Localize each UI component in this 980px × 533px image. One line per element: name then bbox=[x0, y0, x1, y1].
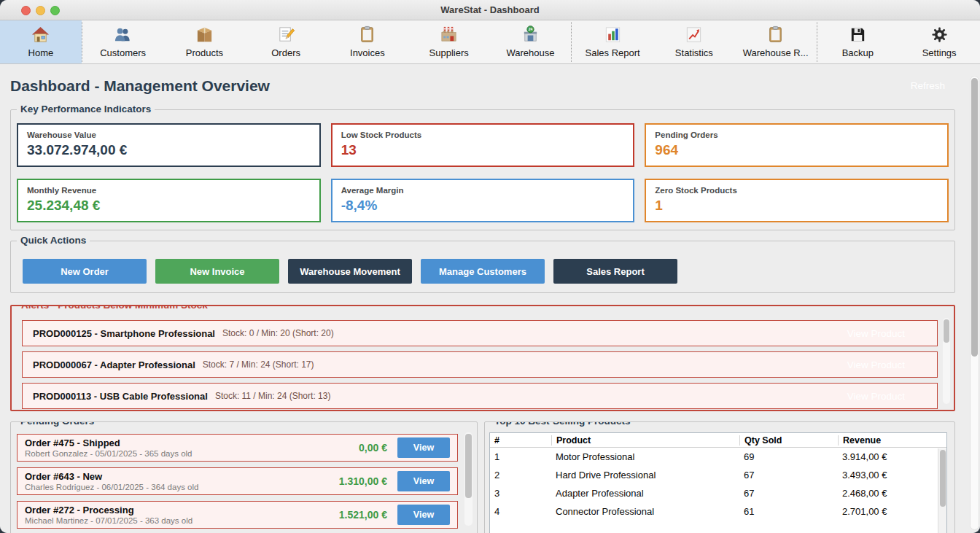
toolbar-item-invoices[interactable]: Invoices bbox=[327, 20, 408, 63]
orders-scrollbar[interactable] bbox=[464, 432, 472, 526]
cell-qty: 69 bbox=[739, 451, 838, 462]
toolbar-item-home[interactable]: Home bbox=[0, 20, 82, 63]
alert-row: PROD000125 - Smartphone Professional Sto… bbox=[22, 320, 938, 346]
view-product-button[interactable]: View Product bbox=[847, 359, 905, 370]
cell-product: Adapter Professional bbox=[551, 488, 739, 499]
view-product-button[interactable]: View Product bbox=[847, 391, 905, 402]
invoices-icon bbox=[357, 25, 377, 44]
quick-actions-section: Quick Actions New Order New Invoice Ware… bbox=[10, 241, 955, 293]
alert-stock-details: Stock: 0 / Min: 20 (Short: 20) bbox=[222, 328, 334, 338]
sales-report-button[interactable]: Sales Report bbox=[553, 259, 677, 284]
toolbar-label-backup: Backup bbox=[842, 47, 874, 58]
products-icon bbox=[195, 25, 214, 44]
toolbar-item-products[interactable]: Products bbox=[164, 20, 246, 63]
cell-rank: 2 bbox=[490, 470, 551, 481]
kpi-label: Monthly Revenue bbox=[27, 186, 311, 195]
table-row[interactable]: 2 Hard Drive Professional 67 3.493,00 € bbox=[490, 466, 946, 484]
view-order-button[interactable]: View bbox=[397, 437, 450, 458]
cell-revenue: 3.493,00 € bbox=[838, 470, 946, 481]
order-amount: 0,00 € bbox=[359, 442, 387, 454]
alerts-scrollbar[interactable] bbox=[943, 318, 950, 404]
table-scrollbar-thumb[interactable] bbox=[940, 450, 946, 507]
alert-product-name: PROD000113 - USB Cable Professional bbox=[33, 391, 208, 402]
kpi-section: Key Performance Indicators Warehouse Val… bbox=[10, 109, 955, 230]
toolbar-item-warehouse[interactable]: 24 Warehouse bbox=[490, 20, 572, 63]
toolbar-item-orders[interactable]: Orders bbox=[245, 20, 327, 63]
toolbar-item-warehouse-report[interactable]: Warehouse R... bbox=[735, 20, 817, 63]
kpi-card-average-margin: Average Margin -8,4% bbox=[331, 179, 635, 222]
cell-rank: 4 bbox=[490, 506, 551, 517]
top-products-section: Top 10 Best-Selling Products # Product Q… bbox=[484, 421, 955, 533]
quick-actions-row: New Order New Invoice Warehouse Movement… bbox=[23, 259, 677, 284]
table-row[interactable]: 1 Motor Professional 69 3.914,00 € bbox=[490, 448, 946, 466]
kpi-section-title: Key Performance Indicators bbox=[17, 104, 155, 114]
column-header-qty: Qty Sold bbox=[739, 435, 838, 446]
alert-list: PROD000125 - Smartphone Professional Sto… bbox=[22, 320, 938, 409]
order-row: Order #643 - New Charles Rodriguez - 06/… bbox=[17, 467, 458, 495]
kpi-label: Warehouse Value bbox=[27, 131, 311, 139]
toolbar-label-products: Products bbox=[186, 47, 223, 58]
main-scrollbar[interactable] bbox=[970, 76, 979, 530]
settings-icon bbox=[930, 25, 949, 44]
toolbar-label-statistics: Statistics bbox=[675, 47, 713, 58]
toolbar-item-customers[interactable]: Customers bbox=[82, 20, 164, 63]
column-header-rank: # bbox=[490, 435, 551, 446]
column-header-product: Product bbox=[551, 435, 739, 446]
page-title: Dashboard - Management Overview bbox=[10, 77, 270, 95]
quick-actions-title: Quick Actions bbox=[17, 235, 90, 246]
toolbar-item-sales-report[interactable]: Sales Report bbox=[572, 20, 653, 63]
orders-scrollbar-thumb[interactable] bbox=[465, 434, 472, 498]
toolbar-item-suppliers[interactable]: Suppliers bbox=[408, 20, 490, 63]
top-products-title: Top 10 Best-Selling Products bbox=[491, 421, 634, 427]
window-title: WareStat - Dashboard bbox=[0, 4, 980, 15]
table-row[interactable]: 4 Connector Professional 61 2.701,00 € bbox=[490, 502, 946, 521]
view-order-button[interactable]: View bbox=[397, 505, 450, 525]
order-amount: 1.521,00 € bbox=[339, 509, 387, 521]
kpi-label: Pending Orders bbox=[655, 131, 938, 139]
view-product-button[interactable]: View Product bbox=[847, 328, 905, 339]
alerts-scrollbar-thumb[interactable] bbox=[944, 319, 949, 343]
svg-text:24: 24 bbox=[529, 27, 533, 31]
table-row[interactable]: 3 Adapter Professional 67 2.468,00 € bbox=[490, 484, 946, 502]
warehouse-movement-button[interactable]: Warehouse Movement bbox=[288, 259, 412, 284]
kpi-value: 25.234,48 € bbox=[27, 198, 311, 214]
order-title: Order #475 - Shipped bbox=[25, 437, 192, 448]
toolbar-label-warehouse-report: Warehouse R... bbox=[743, 47, 809, 58]
toolbar-item-statistics[interactable]: Statistics bbox=[653, 20, 735, 63]
kpi-card-monthly-revenue: Monthly Revenue 25.234,48 € bbox=[17, 179, 321, 222]
toolbar-item-backup[interactable]: Backup bbox=[817, 20, 899, 63]
toolbar-label-customers: Customers bbox=[100, 47, 146, 58]
alert-stock-details: Stock: 7 / Min: 24 (Short: 17) bbox=[203, 359, 314, 370]
alert-product-name: PROD000125 - Smartphone Professional bbox=[33, 328, 215, 339]
order-subtitle: Charles Rodriguez - 06/01/2025 - 364 day… bbox=[25, 483, 198, 491]
view-order-button[interactable]: View bbox=[397, 471, 450, 491]
cell-product: Motor Professional bbox=[551, 451, 739, 462]
kpi-value: 1 bbox=[655, 198, 938, 214]
title-bar: WareStat - Dashboard bbox=[0, 0, 980, 20]
cell-qty: 67 bbox=[739, 470, 838, 481]
toolbar-label-warehouse: Warehouse bbox=[506, 47, 554, 58]
kpi-card-warehouse-value: Warehouse Value 33.072.974,00 € bbox=[17, 123, 321, 167]
alerts-section-title: Alerts - Products Below Minimum Stock bbox=[18, 305, 211, 311]
kpi-label: Average Margin bbox=[341, 186, 625, 195]
toolbar-item-settings[interactable]: Settings bbox=[898, 20, 980, 63]
refresh-button[interactable]: Refresh bbox=[911, 80, 945, 91]
manage-customers-button[interactable]: Manage Customers bbox=[421, 259, 545, 284]
toolbar-label-invoices: Invoices bbox=[350, 47, 385, 58]
table-scrollbar[interactable] bbox=[938, 448, 946, 533]
order-row: Order #475 - Shipped Robert Gonzalez - 0… bbox=[17, 434, 458, 462]
order-subtitle: Robert Gonzalez - 05/01/2025 - 365 days … bbox=[25, 449, 192, 458]
customers-icon bbox=[113, 25, 133, 44]
kpi-label: Low Stock Products bbox=[341, 131, 625, 139]
alerts-section: Alerts - Products Below Minimum Stock PR… bbox=[10, 305, 955, 411]
toolbar-label-sales-report: Sales Report bbox=[586, 47, 640, 58]
main-scrollbar-thumb[interactable] bbox=[971, 78, 978, 357]
backup-icon bbox=[848, 25, 868, 44]
cell-product: Connector Professional bbox=[551, 506, 739, 517]
order-subtitle: Michael Martinez - 07/01/2025 - 363 days… bbox=[25, 516, 192, 525]
new-invoice-button[interactable]: New Invoice bbox=[155, 259, 279, 284]
new-order-button[interactable]: New Order bbox=[23, 259, 147, 284]
warehouse-report-icon bbox=[766, 25, 785, 44]
app-window: WareStat - Dashboard Home Customers bbox=[0, 0, 980, 533]
kpi-card-pending-orders: Pending Orders 964 bbox=[645, 123, 949, 167]
